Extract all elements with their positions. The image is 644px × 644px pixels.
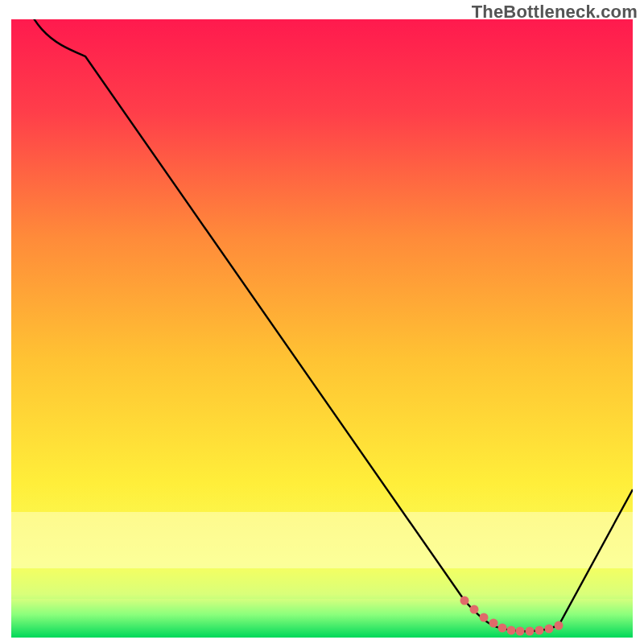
svg-point-10: [526, 627, 535, 636]
svg-point-4: [470, 605, 479, 614]
svg-point-8: [507, 626, 516, 635]
svg-point-12: [545, 625, 554, 634]
optimal-range-markers: [460, 597, 564, 636]
chart-lines: [11, 19, 633, 638]
plot-area: [11, 19, 633, 638]
svg-point-7: [498, 624, 507, 633]
svg-point-6: [489, 619, 498, 628]
svg-point-13: [555, 621, 564, 630]
attribution-label: TheBottleneck.com: [472, 2, 638, 23]
svg-point-9: [516, 627, 525, 636]
svg-point-5: [480, 613, 489, 622]
bottleneck-curve: [11, 19, 633, 631]
svg-point-3: [460, 597, 469, 605]
svg-point-11: [535, 626, 544, 635]
chart-container: TheBottleneck.com: [0, 0, 644, 644]
